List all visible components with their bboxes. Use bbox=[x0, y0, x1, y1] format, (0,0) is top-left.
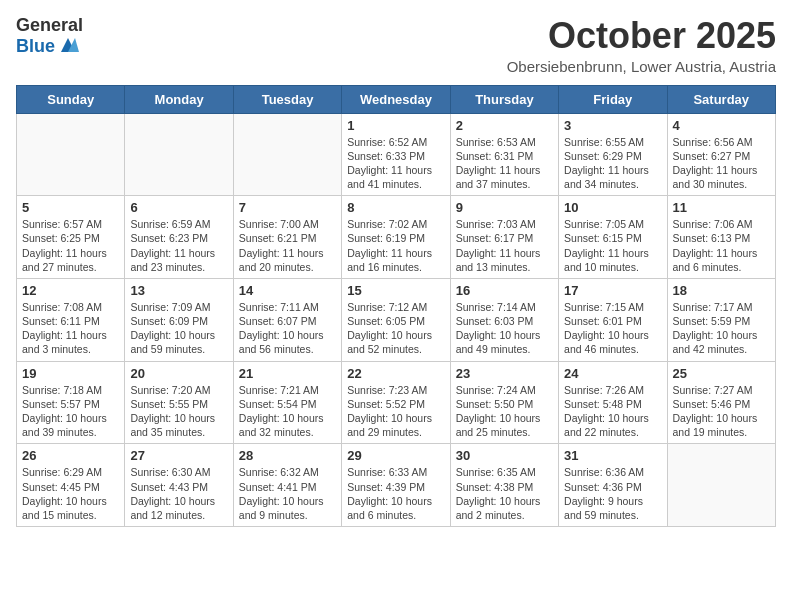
day-info: Sunrise: 6:52 AM Sunset: 6:33 PM Dayligh… bbox=[347, 135, 444, 192]
day-number: 3 bbox=[564, 118, 661, 133]
day-of-week-header: Friday bbox=[559, 85, 667, 113]
calendar-day-cell: 16Sunrise: 7:14 AM Sunset: 6:03 PM Dayli… bbox=[450, 278, 558, 361]
day-number: 11 bbox=[673, 200, 770, 215]
day-number: 26 bbox=[22, 448, 119, 463]
day-number: 23 bbox=[456, 366, 553, 381]
calendar-day-cell: 29Sunrise: 6:33 AM Sunset: 4:39 PM Dayli… bbox=[342, 444, 450, 527]
calendar-day-cell: 25Sunrise: 7:27 AM Sunset: 5:46 PM Dayli… bbox=[667, 361, 775, 444]
day-info: Sunrise: 6:53 AM Sunset: 6:31 PM Dayligh… bbox=[456, 135, 553, 192]
day-info: Sunrise: 7:06 AM Sunset: 6:13 PM Dayligh… bbox=[673, 217, 770, 274]
calendar-day-cell: 22Sunrise: 7:23 AM Sunset: 5:52 PM Dayli… bbox=[342, 361, 450, 444]
calendar-table: SundayMondayTuesdayWednesdayThursdayFrid… bbox=[16, 85, 776, 527]
day-info: Sunrise: 7:03 AM Sunset: 6:17 PM Dayligh… bbox=[456, 217, 553, 274]
day-info: Sunrise: 6:36 AM Sunset: 4:36 PM Dayligh… bbox=[564, 465, 661, 522]
day-number: 19 bbox=[22, 366, 119, 381]
calendar-header-row: SundayMondayTuesdayWednesdayThursdayFrid… bbox=[17, 85, 776, 113]
calendar-week-row: 5Sunrise: 6:57 AM Sunset: 6:25 PM Daylig… bbox=[17, 196, 776, 279]
day-number: 9 bbox=[456, 200, 553, 215]
day-number: 29 bbox=[347, 448, 444, 463]
day-number: 25 bbox=[673, 366, 770, 381]
calendar-day-cell: 28Sunrise: 6:32 AM Sunset: 4:41 PM Dayli… bbox=[233, 444, 341, 527]
day-info: Sunrise: 7:05 AM Sunset: 6:15 PM Dayligh… bbox=[564, 217, 661, 274]
calendar-day-cell: 18Sunrise: 7:17 AM Sunset: 5:59 PM Dayli… bbox=[667, 278, 775, 361]
calendar-day-cell: 2Sunrise: 6:53 AM Sunset: 6:31 PM Daylig… bbox=[450, 113, 558, 196]
day-number: 1 bbox=[347, 118, 444, 133]
day-number: 6 bbox=[130, 200, 227, 215]
day-info: Sunrise: 7:00 AM Sunset: 6:21 PM Dayligh… bbox=[239, 217, 336, 274]
day-number: 27 bbox=[130, 448, 227, 463]
calendar-day-cell: 9Sunrise: 7:03 AM Sunset: 6:17 PM Daylig… bbox=[450, 196, 558, 279]
day-info: Sunrise: 6:32 AM Sunset: 4:41 PM Dayligh… bbox=[239, 465, 336, 522]
day-info: Sunrise: 6:35 AM Sunset: 4:38 PM Dayligh… bbox=[456, 465, 553, 522]
logo-general-text: General bbox=[16, 16, 83, 34]
day-number: 5 bbox=[22, 200, 119, 215]
day-info: Sunrise: 7:02 AM Sunset: 6:19 PM Dayligh… bbox=[347, 217, 444, 274]
calendar-day-cell bbox=[233, 113, 341, 196]
day-info: Sunrise: 7:21 AM Sunset: 5:54 PM Dayligh… bbox=[239, 383, 336, 440]
calendar-week-row: 12Sunrise: 7:08 AM Sunset: 6:11 PM Dayli… bbox=[17, 278, 776, 361]
day-number: 22 bbox=[347, 366, 444, 381]
calendar-day-cell: 3Sunrise: 6:55 AM Sunset: 6:29 PM Daylig… bbox=[559, 113, 667, 196]
calendar-day-cell: 20Sunrise: 7:20 AM Sunset: 5:55 PM Dayli… bbox=[125, 361, 233, 444]
day-of-week-header: Monday bbox=[125, 85, 233, 113]
day-info: Sunrise: 7:14 AM Sunset: 6:03 PM Dayligh… bbox=[456, 300, 553, 357]
day-info: Sunrise: 7:15 AM Sunset: 6:01 PM Dayligh… bbox=[564, 300, 661, 357]
day-number: 10 bbox=[564, 200, 661, 215]
calendar-day-cell: 23Sunrise: 7:24 AM Sunset: 5:50 PM Dayli… bbox=[450, 361, 558, 444]
calendar-day-cell: 21Sunrise: 7:21 AM Sunset: 5:54 PM Dayli… bbox=[233, 361, 341, 444]
day-number: 18 bbox=[673, 283, 770, 298]
calendar-day-cell bbox=[17, 113, 125, 196]
day-info: Sunrise: 7:08 AM Sunset: 6:11 PM Dayligh… bbox=[22, 300, 119, 357]
calendar-day-cell: 10Sunrise: 7:05 AM Sunset: 6:15 PM Dayli… bbox=[559, 196, 667, 279]
day-number: 4 bbox=[673, 118, 770, 133]
day-number: 8 bbox=[347, 200, 444, 215]
calendar-day-cell: 1Sunrise: 6:52 AM Sunset: 6:33 PM Daylig… bbox=[342, 113, 450, 196]
day-number: 20 bbox=[130, 366, 227, 381]
month-title: October 2025 bbox=[507, 16, 776, 56]
calendar-day-cell: 5Sunrise: 6:57 AM Sunset: 6:25 PM Daylig… bbox=[17, 196, 125, 279]
calendar-day-cell: 8Sunrise: 7:02 AM Sunset: 6:19 PM Daylig… bbox=[342, 196, 450, 279]
calendar-day-cell: 13Sunrise: 7:09 AM Sunset: 6:09 PM Dayli… bbox=[125, 278, 233, 361]
location-subtitle: Obersiebenbrunn, Lower Austria, Austria bbox=[507, 58, 776, 75]
logo-blue-text: Blue bbox=[16, 37, 55, 55]
page-header: General Blue October 2025 Obersiebenbrun… bbox=[16, 16, 776, 75]
day-info: Sunrise: 7:11 AM Sunset: 6:07 PM Dayligh… bbox=[239, 300, 336, 357]
calendar-day-cell: 6Sunrise: 6:59 AM Sunset: 6:23 PM Daylig… bbox=[125, 196, 233, 279]
calendar-day-cell: 31Sunrise: 6:36 AM Sunset: 4:36 PM Dayli… bbox=[559, 444, 667, 527]
day-number: 14 bbox=[239, 283, 336, 298]
day-info: Sunrise: 7:23 AM Sunset: 5:52 PM Dayligh… bbox=[347, 383, 444, 440]
day-number: 30 bbox=[456, 448, 553, 463]
day-number: 13 bbox=[130, 283, 227, 298]
calendar-day-cell: 26Sunrise: 6:29 AM Sunset: 4:45 PM Dayli… bbox=[17, 444, 125, 527]
title-block: October 2025 Obersiebenbrunn, Lower Aust… bbox=[507, 16, 776, 75]
calendar-week-row: 19Sunrise: 7:18 AM Sunset: 5:57 PM Dayli… bbox=[17, 361, 776, 444]
day-info: Sunrise: 6:56 AM Sunset: 6:27 PM Dayligh… bbox=[673, 135, 770, 192]
day-number: 7 bbox=[239, 200, 336, 215]
calendar-day-cell: 7Sunrise: 7:00 AM Sunset: 6:21 PM Daylig… bbox=[233, 196, 341, 279]
day-info: Sunrise: 7:12 AM Sunset: 6:05 PM Dayligh… bbox=[347, 300, 444, 357]
calendar-day-cell bbox=[125, 113, 233, 196]
day-number: 12 bbox=[22, 283, 119, 298]
calendar-day-cell: 17Sunrise: 7:15 AM Sunset: 6:01 PM Dayli… bbox=[559, 278, 667, 361]
calendar-day-cell: 24Sunrise: 7:26 AM Sunset: 5:48 PM Dayli… bbox=[559, 361, 667, 444]
calendar-week-row: 26Sunrise: 6:29 AM Sunset: 4:45 PM Dayli… bbox=[17, 444, 776, 527]
day-info: Sunrise: 7:27 AM Sunset: 5:46 PM Dayligh… bbox=[673, 383, 770, 440]
day-of-week-header: Tuesday bbox=[233, 85, 341, 113]
day-number: 21 bbox=[239, 366, 336, 381]
day-info: Sunrise: 6:55 AM Sunset: 6:29 PM Dayligh… bbox=[564, 135, 661, 192]
day-info: Sunrise: 6:29 AM Sunset: 4:45 PM Dayligh… bbox=[22, 465, 119, 522]
logo: General Blue bbox=[16, 16, 83, 58]
calendar-day-cell: 11Sunrise: 7:06 AM Sunset: 6:13 PM Dayli… bbox=[667, 196, 775, 279]
day-number: 16 bbox=[456, 283, 553, 298]
calendar-week-row: 1Sunrise: 6:52 AM Sunset: 6:33 PM Daylig… bbox=[17, 113, 776, 196]
day-info: Sunrise: 6:59 AM Sunset: 6:23 PM Dayligh… bbox=[130, 217, 227, 274]
logo-icon bbox=[57, 34, 79, 56]
day-number: 28 bbox=[239, 448, 336, 463]
day-of-week-header: Sunday bbox=[17, 85, 125, 113]
day-of-week-header: Saturday bbox=[667, 85, 775, 113]
day-number: 17 bbox=[564, 283, 661, 298]
day-info: Sunrise: 7:09 AM Sunset: 6:09 PM Dayligh… bbox=[130, 300, 227, 357]
calendar-day-cell: 4Sunrise: 6:56 AM Sunset: 6:27 PM Daylig… bbox=[667, 113, 775, 196]
day-info: Sunrise: 6:33 AM Sunset: 4:39 PM Dayligh… bbox=[347, 465, 444, 522]
day-info: Sunrise: 7:24 AM Sunset: 5:50 PM Dayligh… bbox=[456, 383, 553, 440]
